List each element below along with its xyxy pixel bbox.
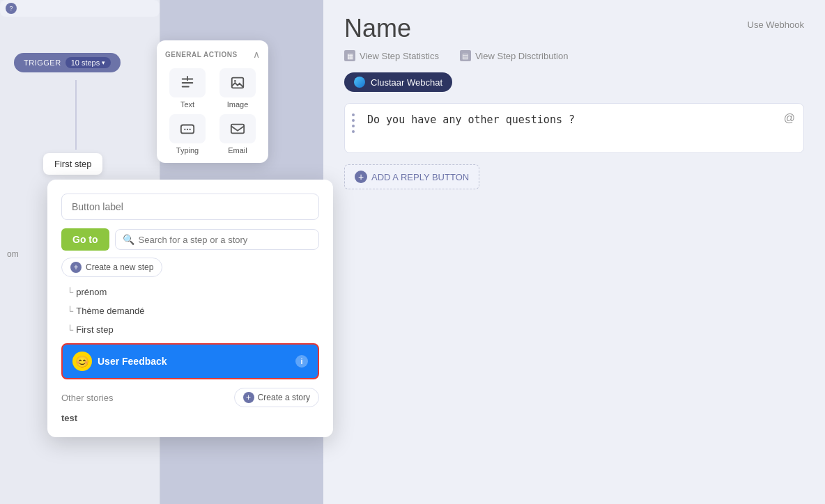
trigger-label: TRIGGER — [24, 58, 61, 67]
ga-item-typing[interactable]: Typing — [165, 114, 210, 155]
first-step-label: First step — [54, 159, 91, 169]
view-stats-button[interactable]: ▦ View Step Statistics — [344, 50, 439, 61]
step-prefix-2: └ — [67, 306, 73, 316]
modal-popup: Go to 🔍 + Create a new step └ prénom └ T… — [47, 180, 333, 437]
step-stats-row: ▦ View Step Statistics ▤ View Step Disct… — [323, 50, 825, 72]
user-feedback-info-icon[interactable]: i — [295, 355, 308, 368]
question-badge: ? — [6, 3, 17, 14]
typing-icon — [180, 121, 195, 136]
ga-email-label: Email — [228, 146, 247, 155]
ga-image-label: Image — [227, 100, 249, 109]
step-label-theme: Thème demandé — [76, 306, 144, 316]
ga-text-label: Text — [180, 100, 194, 109]
create-story-label: Create a story — [258, 393, 310, 402]
trigger-block[interactable]: TRIGGER 10 steps ▾ — [14, 53, 121, 72]
step-item-first-step[interactable]: └ First step — [61, 320, 319, 339]
ga-item-image[interactable]: Image — [215, 68, 260, 109]
svg-rect-6 — [231, 125, 244, 134]
create-plus-icon: + — [70, 262, 82, 273]
svg-point-5 — [190, 129, 191, 130]
ga-header: GENERAL ACTIONS ∧ — [165, 49, 260, 60]
svg-point-4 — [187, 129, 188, 130]
ga-item-text[interactable]: Text — [165, 68, 210, 109]
steps-badge[interactable]: 10 steps ▾ — [65, 57, 111, 68]
add-reply-button[interactable]: + ADD A REPLY BUTTON — [344, 164, 479, 189]
image-icon — [230, 75, 245, 90]
question-node: ? — [0, 0, 160, 17]
om-node: om — [7, 249, 19, 259]
message-box: Do you have any other questions ? @ — [344, 103, 804, 153]
handle-dot-4 — [352, 130, 355, 133]
create-new-step-label: Create a new step — [86, 262, 153, 272]
add-reply-label: ADD A REPLY BUTTON — [371, 172, 469, 182]
dist-label: View Step Disctribution — [475, 51, 568, 61]
channel-badge[interactable]: Clustaar Webchat — [344, 72, 452, 92]
text-icon — [180, 75, 195, 90]
step-prefix-1: └ — [67, 287, 73, 297]
create-story-plus-icon: + — [243, 392, 254, 403]
user-feedback-emoji: 😊 — [72, 352, 92, 371]
button-label-input[interactable] — [61, 194, 319, 220]
caret-icon: ▾ — [102, 59, 105, 66]
dropdown-list: + Create a new step └ prénom └ Thème dem… — [61, 258, 319, 423]
ga-title: GENERAL ACTIONS — [165, 51, 238, 58]
handle-dot-3 — [352, 125, 355, 127]
svg-point-1 — [234, 80, 236, 82]
use-webhook-button[interactable]: Use Webhook — [748, 14, 804, 30]
other-stories-row: Other stories + Create a story — [61, 388, 319, 407]
general-actions-panel: GENERAL ACTIONS ∧ Text Image — [157, 40, 268, 163]
ga-collapse-button[interactable]: ∧ — [253, 49, 260, 60]
user-feedback-item[interactable]: 😊 User Feedback i — [61, 343, 319, 379]
step-label-first-step: First step — [76, 324, 113, 335]
user-feedback-label: User Feedback — [98, 356, 290, 367]
create-new-step-button[interactable]: + Create a new step — [61, 258, 319, 283]
step-item-prenom[interactable]: └ prénom — [61, 283, 319, 301]
test-story-item[interactable]: test — [61, 413, 319, 423]
right-panel-header: Name Use Webhook — [323, 0, 825, 50]
handle-dot-2 — [352, 119, 355, 122]
steps-count: 10 steps — [71, 58, 100, 67]
right-panel: Name Use Webhook ▦ View Step Statistics … — [323, 0, 825, 504]
create-story-button[interactable]: + Create a story — [234, 388, 319, 407]
email-icon-box — [219, 114, 256, 143]
goto-row: Go to 🔍 — [61, 228, 319, 251]
step-label-prenom: prénom — [76, 287, 107, 297]
step-item-theme[interactable]: └ Thème demandé — [61, 301, 319, 320]
first-step-block[interactable]: First step — [43, 153, 102, 175]
at-mention-icon[interactable]: @ — [776, 104, 803, 133]
ga-item-email[interactable]: Email — [215, 114, 260, 155]
other-stories-label: Other stories — [61, 393, 113, 403]
page-title: Name — [344, 14, 411, 43]
channel-label: Clustaar Webchat — [371, 77, 442, 88]
image-icon-box — [219, 68, 256, 97]
drag-handle — [345, 104, 359, 143]
search-box: 🔍 — [115, 229, 319, 250]
step-prefix-3: └ — [67, 324, 73, 335]
view-distribution-button[interactable]: ▤ View Step Disctribution — [460, 50, 568, 61]
svg-point-3 — [184, 129, 185, 130]
stats-label: View Step Statistics — [360, 51, 439, 61]
typing-icon-box — [169, 114, 206, 143]
stats-icon: ▦ — [344, 50, 355, 61]
channel-dot-icon — [354, 77, 365, 88]
dist-icon: ▤ — [460, 50, 471, 61]
email-icon — [230, 121, 245, 136]
message-textarea[interactable]: Do you have any other questions ? — [359, 104, 776, 152]
search-input[interactable] — [139, 235, 311, 245]
search-icon: 🔍 — [123, 234, 134, 245]
handle-dot-1 — [352, 113, 355, 116]
test-story-label: test — [61, 413, 77, 423]
ga-grid: Text Image Typing — [165, 68, 260, 155]
goto-label: Go to — [61, 228, 109, 251]
ga-typing-label: Typing — [176, 146, 199, 155]
om-label: om — [7, 249, 19, 259]
add-reply-plus-icon: + — [355, 171, 367, 183]
connector-line — [75, 80, 77, 150]
text-icon-box — [169, 68, 206, 97]
